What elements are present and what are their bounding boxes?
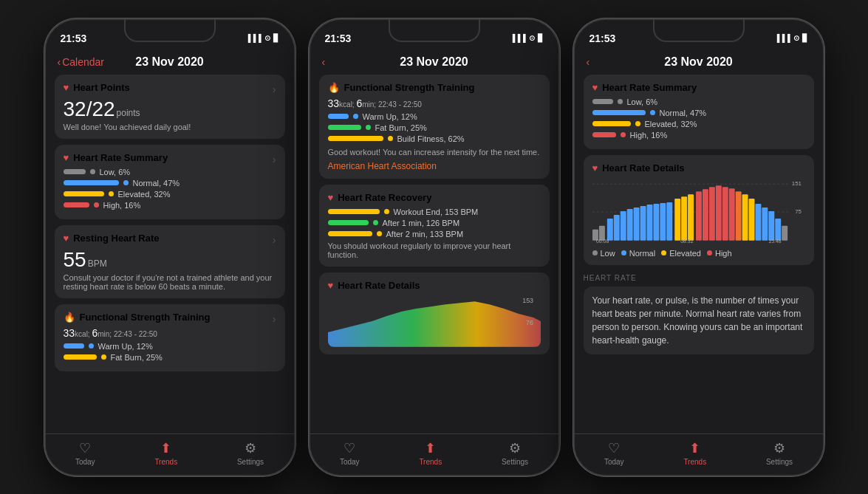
- dot-warmup-2: [353, 114, 358, 119]
- chevron-2: ›: [273, 154, 276, 165]
- label-high-3: High, 16%: [630, 131, 668, 140]
- settings-label-2: Settings: [502, 458, 528, 466]
- svg-rect-27: [728, 188, 734, 241]
- resting-hr-title: ♥ Resting Heart Rate: [64, 233, 160, 244]
- nav-trends-3[interactable]: ⬆ Trends: [683, 440, 706, 466]
- resting-hr-card[interactable]: ♥ Resting Heart Rate › 55 BPM Consult yo…: [55, 225, 285, 298]
- nav-back-1[interactable]: ‹ Calendar: [58, 56, 105, 68]
- workout-card-2[interactable]: 🔥 Functional Strength Training 33kcal; 6…: [319, 75, 550, 179]
- bar-warmup-1: [64, 343, 84, 349]
- svg-rect-17: [660, 203, 666, 241]
- nav-back-2[interactable]: ‹: [322, 56, 326, 68]
- back-label-1[interactable]: Calendar: [62, 56, 104, 68]
- trends-label-1: Trends: [154, 458, 177, 466]
- status-bar-1: 21:53 ▐▐▐ ⊙ ▊: [46, 20, 294, 52]
- nav-today-3[interactable]: ♡ Today: [604, 440, 624, 466]
- phone-3: 21:53 ▐▐▐ ⊙ ▊ ‹ 23 Nov 2020: [573, 18, 824, 476]
- nav-title-2: 23 Nov 2020: [400, 55, 468, 69]
- label-elevated-3: Elevated, 32%: [645, 120, 697, 128]
- label-after2-2: After 2 min, 133 BPM: [386, 230, 464, 239]
- hr-item-elevated-1: Elevated, 32%: [64, 190, 276, 199]
- hr-legend-3: Low Normal Elevated: [592, 249, 805, 258]
- nav-settings-2[interactable]: ⚙ Settings: [502, 440, 528, 466]
- chevron-1: ›: [273, 83, 276, 95]
- dot-fatburn-1: [101, 354, 106, 360]
- bar-normal-1: [64, 180, 119, 185]
- bar-normal-3: [592, 110, 646, 115]
- bar-buildfitness-2: [328, 136, 383, 141]
- back-chevron-icon-2: ‹: [322, 56, 326, 68]
- legend-high-3: High: [707, 249, 732, 258]
- heart-icon-5: ♥: [328, 280, 334, 291]
- hr-recovery-title-2: ♥ Heart Rate Recovery: [328, 192, 541, 203]
- dot-workout-end-2: [384, 209, 389, 214]
- nav-settings-1[interactable]: ⚙ Settings: [237, 440, 264, 466]
- settings-label-3: Settings: [766, 458, 793, 466]
- hr-elevated-3: Elevated, 32%: [592, 120, 805, 128]
- workout-detail-2: 33kcal; 6min; 22:43 - 22:50: [328, 97, 541, 109]
- hr-item-normal-1: Normal, 47%: [64, 179, 276, 188]
- hr-item-low-1: Low, 6%: [64, 168, 276, 176]
- status-bar-3: 21:53 ▐▐▐ ⊙ ▊: [575, 20, 823, 52]
- functional-strength-card-1[interactable]: 🔥 Functional Strength Training › 33kcal;…: [55, 304, 285, 371]
- bar-workout-end-2: [328, 209, 380, 214]
- svg-rect-34: [775, 218, 781, 240]
- wifi-icon: ⊙: [264, 34, 270, 42]
- today-label-3: Today: [604, 458, 624, 466]
- nav-trends-1[interactable]: ⬆ Trends: [154, 440, 177, 466]
- heart-rate-summary-card-1[interactable]: ♥ Heart Rate Summary › Low, 6%: [55, 145, 285, 219]
- nav-trends-2[interactable]: ⬆ Trends: [419, 440, 442, 466]
- bar-after2-2: [328, 231, 372, 236]
- phone-2-content: 🔥 Functional Strength Training 33kcal; 6…: [310, 75, 558, 433]
- svg-rect-15: [646, 205, 652, 241]
- nav-today-1[interactable]: ♡ Today: [75, 440, 95, 466]
- bar-low-1: [64, 169, 86, 174]
- dot-elevated-3: [635, 121, 640, 126]
- heart-icon-2: ♥: [64, 152, 69, 163]
- hr-details-card-3[interactable]: ♥ Heart Rate Details 151 75: [584, 155, 814, 265]
- workout-detail-1: 33kcal; 6min; 22:43 - 22:50: [64, 327, 276, 339]
- settings-icon-3: ⚙: [773, 440, 785, 456]
- status-icons-1: ▐▐▐ ⊙ ▊: [245, 34, 278, 42]
- info-section-3: HEART RATE Your heart rate, or pulse, is…: [584, 271, 814, 357]
- svg-rect-32: [762, 207, 768, 241]
- hr-summary-label-3: Heart Rate Summary: [602, 82, 697, 93]
- nav-title-3: 23 Nov 2020: [664, 55, 733, 69]
- wifi-icon-3: ⊙: [793, 34, 799, 42]
- hr-warmup-2: Warm Up, 12%: [328, 112, 541, 121]
- hr-recovery-label-2: Heart Rate Recovery: [338, 192, 431, 203]
- hr-summary-label-1: Heart Rate Summary: [73, 152, 168, 163]
- chart-area-2: 153 76: [328, 295, 541, 347]
- settings-icon-1: ⚙: [245, 440, 256, 456]
- svg-rect-28: [735, 191, 741, 241]
- aha-link-2[interactable]: American Heart Association: [328, 161, 541, 171]
- bottom-nav-3: ♡ Today ⬆ Trends ⚙ Settings: [575, 433, 823, 475]
- dot-legend-elevated-3: [661, 250, 666, 255]
- hr-recovery-card-2[interactable]: ♥ Heart Rate Recovery Workout End, 153 B…: [319, 185, 550, 267]
- status-bar-2: 21:53 ▐▐▐ ⊙ ▊: [310, 20, 558, 52]
- chevron-4: ›: [273, 313, 276, 325]
- svg-rect-23: [702, 189, 708, 241]
- wifi-icon-2: ⊙: [529, 34, 535, 42]
- bar-elevated-3: [592, 121, 631, 126]
- svg-rect-16: [653, 204, 659, 241]
- nav-back-3[interactable]: ‹: [587, 56, 590, 68]
- hr-details-card-2[interactable]: ♥ Heart Rate Details: [319, 272, 550, 354]
- resting-hr-sub: Consult your doctor if you're not a trai…: [64, 273, 276, 291]
- hr-summary-card-3[interactable]: ♥ Heart Rate Summary Low, 6% Normal, 47%: [584, 75, 814, 149]
- svg-rect-33: [768, 211, 774, 241]
- svg-text:151: 151: [791, 180, 802, 187]
- legend-elevated-3: Elevated: [661, 249, 701, 258]
- label-low-1: Low, 6%: [100, 168, 131, 176]
- phone-3-frame: 21:53 ▐▐▐ ⊙ ▊ ‹ 23 Nov 2020: [573, 18, 824, 476]
- hr-details-title-3: ♥ Heart Rate Details: [592, 162, 805, 174]
- legend-low-3: Low: [592, 249, 615, 258]
- dot-fatburn-2: [366, 125, 371, 130]
- resting-hr-value: 55: [64, 248, 86, 272]
- nav-today-2[interactable]: ♡ Today: [340, 440, 360, 466]
- heart-points-card[interactable]: ♥ Heart Points › 32/22 points Well done!…: [55, 75, 285, 139]
- phone-3-content: ♥ Heart Rate Summary Low, 6% Normal, 47%: [575, 75, 823, 433]
- label-normal-1: Normal, 47%: [133, 179, 180, 188]
- legend-normal-3: Normal: [621, 249, 655, 258]
- nav-settings-3[interactable]: ⚙ Settings: [766, 440, 793, 466]
